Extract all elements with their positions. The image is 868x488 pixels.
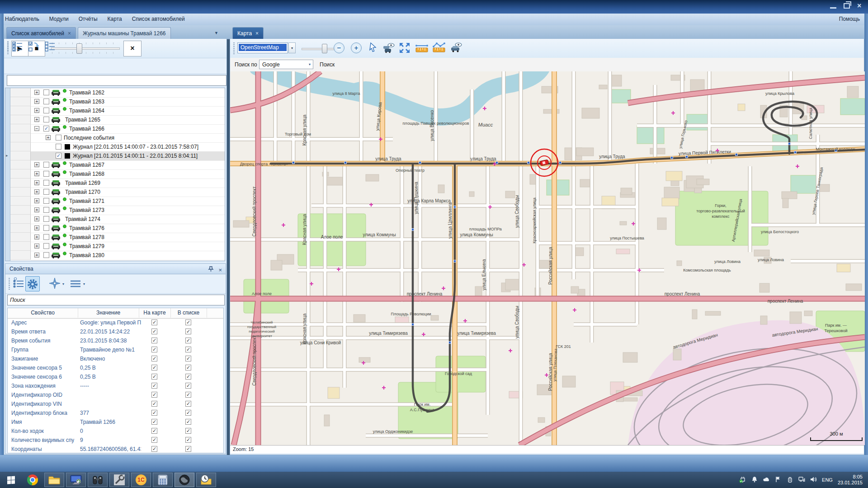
- expand-icon[interactable]: +: [34, 99, 39, 104]
- gear-icon[interactable]: [25, 276, 40, 291]
- tree-item-vehicle[interactable]: +Трамвай 1269: [31, 178, 225, 188]
- property-row[interactable]: Время ответа22.01.2015 14:24:22✓✓: [8, 327, 223, 336]
- tree-checkbox[interactable]: ✓: [43, 126, 49, 131]
- taskbar-app-chrome[interactable]: [23, 473, 42, 487]
- expand-icon[interactable]: +: [34, 162, 39, 167]
- taskbar-app-calculator[interactable]: [153, 473, 173, 487]
- compass-icon[interactable]: [49, 277, 61, 291]
- zoom-in-button[interactable]: +: [351, 42, 362, 53]
- tree-item-vehicle[interactable]: +Трамвай 1270: [31, 188, 225, 197]
- taskbar-app-monitoring-app[interactable]: [88, 473, 108, 487]
- tab-journals[interactable]: Журналы машины Трамвай 1266: [78, 27, 171, 39]
- tree-item-group[interactable]: +Последние события: [31, 133, 225, 143]
- collapse-icon[interactable]: −: [34, 126, 39, 131]
- property-row[interactable]: ГруппаТрамвайное депо №1✓✓: [8, 345, 223, 354]
- properties-header[interactable]: Свойства ×: [5, 264, 226, 274]
- property-row[interactable]: Координаты55.1687240600586, 61.430✓✓: [8, 445, 223, 453]
- on-map-checkbox[interactable]: ✓: [151, 347, 157, 352]
- view-menu-dropdown-icon[interactable]: ▾: [83, 282, 85, 286]
- expand-icon[interactable]: +: [34, 171, 39, 176]
- on-map-checkbox[interactable]: ✓: [151, 410, 157, 416]
- in-list-checkbox[interactable]: ✓: [185, 446, 191, 452]
- tree-checkbox[interactable]: [43, 252, 49, 258]
- expand-icon[interactable]: +: [34, 244, 39, 249]
- tree-item-journal[interactable]: Журнал [22.01.2015 14:00:07 - 23.01.2015…: [31, 142, 225, 152]
- tree-item-vehicle[interactable]: +Трамвай 1265: [31, 115, 225, 125]
- expand-icon[interactable]: +: [34, 253, 39, 258]
- in-list-checkbox[interactable]: ✓: [185, 328, 191, 334]
- on-map-checkbox[interactable]: ✓: [151, 401, 157, 407]
- in-list-checkbox[interactable]: ✓: [185, 401, 191, 407]
- menu-item-1[interactable]: Модули: [44, 14, 74, 25]
- layer-dropdown-icon[interactable]: ▾: [288, 42, 296, 53]
- map-canvas[interactable]: улица Трудаулица Трудаулица Трудаулица П…: [230, 71, 865, 445]
- flag-icon[interactable]: [774, 476, 782, 484]
- tree-checkbox[interactable]: [43, 243, 49, 249]
- in-list-checkbox[interactable]: ✓: [185, 338, 191, 343]
- column-header[interactable]: В списке: [170, 308, 207, 318]
- property-row[interactable]: Время события23.01.2015 8:04:38✓✓: [8, 336, 223, 345]
- tree-item-vehicle[interactable]: +Трамвай 1274: [31, 215, 225, 224]
- on-map-checkbox[interactable]: ✓: [151, 374, 157, 380]
- clear-button[interactable]: ×: [123, 41, 142, 56]
- close-icon[interactable]: ×: [857, 3, 863, 9]
- tree-checkbox[interactable]: [43, 198, 49, 204]
- network-icon[interactable]: [798, 476, 805, 484]
- toolbar-grip[interactable]: [9, 278, 10, 290]
- follow-vehicle-icon[interactable]: [449, 42, 461, 54]
- expand-icon[interactable]: +: [34, 235, 39, 239]
- property-row[interactable]: Значение сенсора 60,25 В✓✓: [8, 372, 223, 381]
- toolbar-grip[interactable]: [7, 41, 9, 52]
- tree-item-vehicle[interactable]: +Трамвай 1273: [31, 206, 225, 215]
- in-list-checkbox[interactable]: ✓: [185, 392, 191, 398]
- usb-icon[interactable]: [739, 476, 746, 484]
- on-map-checkbox[interactable]: ✓: [151, 383, 157, 389]
- taskbar-app-globe-app[interactable]: [175, 473, 194, 487]
- on-map-checkbox[interactable]: ✓: [151, 428, 157, 434]
- volume-icon[interactable]: [810, 476, 817, 484]
- tab-close-icon[interactable]: ×: [255, 31, 259, 36]
- in-list-checkbox[interactable]: ✓: [185, 383, 191, 389]
- expand-icon[interactable]: +: [34, 207, 39, 212]
- tree-checkbox[interactable]: [43, 216, 49, 222]
- tree-item-journal[interactable]: ✓Журнал [21.01.2015 14:00:11 - 22.01.201…: [31, 151, 225, 161]
- on-map-checkbox[interactable]: ✓: [151, 437, 157, 443]
- close-icon[interactable]: ×: [218, 265, 222, 275]
- properties-search-input[interactable]: [7, 295, 225, 305]
- expand-icon[interactable]: +: [34, 108, 39, 113]
- property-row[interactable]: ЗажиганиеВключено✓✓: [8, 354, 223, 363]
- tree-item-vehicle[interactable]: +Трамвай 1264: [31, 106, 225, 116]
- language-indicator[interactable]: ENG: [822, 477, 833, 483]
- column-header[interactable]: Значение: [78, 308, 139, 318]
- property-row[interactable]: Идентификатор VIN✓✓: [8, 399, 223, 408]
- expand-icon[interactable]: +: [34, 225, 39, 230]
- tree-checkbox[interactable]: [56, 135, 61, 141]
- tree-item-vehicle[interactable]: −✓Трамвай 1266: [31, 124, 225, 134]
- view-menu-icon[interactable]: [70, 277, 81, 291]
- expand-icon[interactable]: +: [34, 90, 39, 95]
- on-map-checkbox[interactable]: ✓: [151, 328, 157, 334]
- in-list-checkbox[interactable]: ✓: [185, 410, 191, 416]
- tree-checkbox[interactable]: [43, 117, 49, 122]
- bell-icon[interactable]: [751, 476, 758, 484]
- expand-icon[interactable]: +: [34, 216, 39, 221]
- playback-slider[interactable]: [51, 47, 120, 50]
- on-map-checkbox[interactable]: ✓: [151, 419, 157, 425]
- in-list-checkbox[interactable]: ✓: [185, 437, 191, 443]
- expand-icon[interactable]: +: [34, 117, 39, 122]
- tree-checkbox[interactable]: ✓: [56, 153, 61, 159]
- taskbar-app-file-explorer[interactable]: [44, 473, 64, 487]
- tab-map[interactable]: Карта ×: [232, 27, 264, 39]
- check-all-icon[interactable]: [12, 41, 23, 54]
- tree-item-vehicle[interactable]: +Трамвай 1278: [31, 233, 225, 242]
- in-list-checkbox[interactable]: ✓: [185, 419, 191, 425]
- tree-item-vehicle[interactable]: +Трамвай 1268: [31, 169, 225, 179]
- map-layer-select[interactable]: OpenStreetMap: [237, 42, 288, 53]
- on-map-checkbox[interactable]: ✓: [151, 392, 157, 398]
- fit-extent-icon[interactable]: [399, 42, 410, 54]
- in-list-checkbox[interactable]: ✓: [185, 428, 191, 434]
- measure-distance-icon[interactable]: [415, 42, 429, 54]
- on-map-checkbox[interactable]: ✓: [151, 319, 157, 325]
- tree-checkbox[interactable]: [56, 144, 61, 150]
- on-map-checkbox[interactable]: ✓: [151, 446, 157, 452]
